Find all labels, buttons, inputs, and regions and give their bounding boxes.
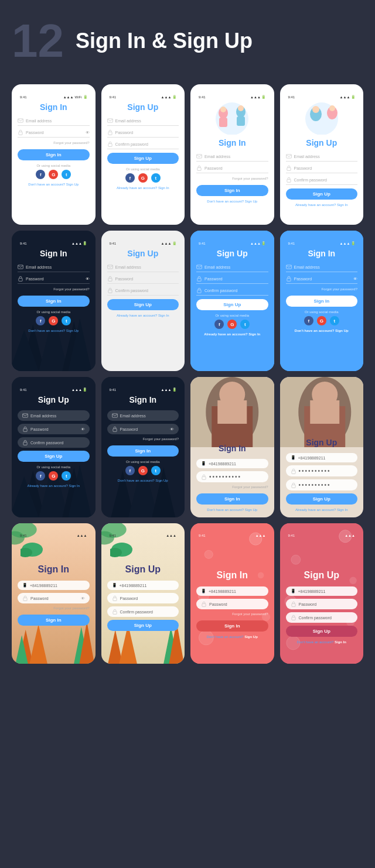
confirm-field[interactable]: Confirm password (107, 606, 179, 617)
password-input[interactable]: Password 👁 (18, 129, 90, 138)
sign-up-button[interactable]: Sign Up (286, 188, 358, 200)
confirm-dots-field[interactable]: •••••••••• (286, 479, 358, 490)
password-field[interactable]: Password 👁 (18, 593, 90, 603)
sign-up-link[interactable]: Sign Up (244, 635, 258, 639)
sign-up-link[interactable]: Sign Up (155, 479, 168, 482)
forgot-link[interactable]: Forgot your password? (53, 287, 89, 291)
forgot-link[interactable]: Forgot your password? (232, 612, 268, 616)
google-icon[interactable]: G (49, 471, 58, 481)
email-input[interactable]: Email address (286, 264, 358, 272)
social-label: Or using social media (126, 167, 160, 171)
password-input[interactable]: Password 👁 (107, 424, 179, 434)
forgot-link[interactable]: Forgot your password? (143, 437, 179, 441)
sign-in-button[interactable]: Sign In (107, 445, 179, 457)
phone-field[interactable]: 📱 +84198889211 (107, 581, 179, 590)
phone-field[interactable]: 📱 +84198889211 (18, 581, 90, 590)
forgot-link[interactable]: Forgot your password? (322, 287, 357, 291)
email-input[interactable]: Email address (107, 410, 179, 421)
twitter-icon[interactable]: t (62, 170, 71, 179)
sign-up-link[interactable]: Sign Up (66, 183, 79, 186)
facebook-icon[interactable]: f (125, 173, 135, 183)
sign-up-button[interactable]: Sign Up (107, 299, 179, 310)
facebook-icon[interactable]: f (36, 316, 45, 325)
phone-field[interactable]: 📱 +84198889211 (286, 453, 358, 462)
sign-in-link[interactable]: Sign In (337, 203, 348, 207)
forgot-link[interactable]: Forgot your password? (232, 485, 268, 489)
sign-up-button[interactable]: Sign Up (286, 493, 358, 505)
email-input[interactable]: Email address (18, 410, 90, 421)
email-input[interactable]: Email address (196, 264, 268, 272)
password-field[interactable]: Password (196, 599, 268, 609)
sign-in-link[interactable]: Sign In (158, 186, 169, 190)
email-input[interactable]: Email address (196, 153, 268, 162)
sign-in-button[interactable]: Sign In (18, 296, 90, 307)
google-icon[interactable]: G (49, 316, 58, 325)
sign-in-button[interactable]: Sign In (18, 149, 90, 160)
email-input[interactable]: Email address (18, 118, 90, 126)
confirm-input[interactable]: Confirm password (196, 287, 268, 296)
twitter-icon[interactable]: t (151, 466, 161, 475)
confirm-input[interactable]: Confirm password (286, 177, 358, 185)
password-input[interactable]: Password 👁 (286, 276, 358, 284)
sign-in-button[interactable]: Sign In (196, 620, 268, 632)
forgot-link[interactable]: Forgot your password? (53, 141, 89, 145)
confirm-input[interactable]: Confirm password (107, 287, 179, 296)
phone-field[interactable]: 📱 +84198889211 (286, 586, 358, 596)
facebook-icon[interactable]: f (36, 170, 45, 179)
sign-up-button[interactable]: Sign Up (18, 451, 90, 462)
password-input[interactable]: Password (196, 165, 268, 173)
password-input[interactable]: Password (196, 276, 268, 284)
sign-in-button[interactable]: Sign In (286, 296, 358, 307)
password-field[interactable]: Password (107, 593, 179, 603)
phone-field[interactable]: 📱 +84198889211 (196, 459, 268, 468)
phone-field[interactable]: 📱 +84198889211 (196, 586, 268, 596)
sign-up-button[interactable]: Sign Up (286, 626, 358, 637)
sign-in-button[interactable]: Sign In (196, 493, 268, 505)
google-icon[interactable]: G (138, 466, 148, 475)
email-input[interactable]: Email address (286, 153, 358, 162)
sign-up-link[interactable]: Sign Up (245, 508, 257, 512)
sign-in-link[interactable]: Sign In (158, 314, 169, 317)
password-input[interactable]: Password (286, 165, 358, 173)
facebook-icon[interactable]: f (36, 471, 45, 481)
google-icon[interactable]: G (49, 170, 58, 179)
sign-up-button[interactable]: Sign Up (196, 299, 268, 310)
twitter-icon[interactable]: t (62, 316, 71, 325)
password-field[interactable]: Password (286, 599, 358, 609)
google-icon[interactable]: G (138, 173, 148, 183)
facebook-icon[interactable]: f (214, 320, 224, 329)
twitter-icon[interactable]: t (62, 471, 71, 481)
facebook-icon[interactable]: f (125, 466, 135, 475)
confirm-input[interactable]: Confirm password (18, 437, 90, 448)
twitter-icon[interactable]: t (330, 316, 339, 325)
confirm-field[interactable]: Confirm password (286, 612, 358, 623)
password-input[interactable]: Password 👁 (18, 424, 90, 434)
password-input[interactable]: Password (107, 129, 179, 138)
facebook-icon[interactable]: f (304, 316, 313, 325)
password-input[interactable]: Password (107, 276, 179, 284)
sign-in-link[interactable]: Sign In (337, 508, 348, 512)
twitter-icon[interactable]: t (151, 173, 161, 183)
sign-in-button[interactable]: Sign In (196, 185, 268, 196)
google-icon[interactable]: G (227, 320, 237, 329)
confirm-input[interactable]: Confirm password (107, 141, 179, 149)
email-input[interactable]: Email address (107, 118, 179, 126)
google-icon[interactable]: G (317, 316, 326, 325)
sign-in-link[interactable]: Sign In (248, 332, 260, 336)
email-input[interactable]: Email address (18, 264, 90, 272)
sign-up-link[interactable]: Sign Up (66, 329, 79, 332)
password-dots-field[interactable]: •••••••••• (196, 471, 268, 482)
sign-in-link[interactable]: Sign In (69, 484, 80, 488)
sign-up-button[interactable]: Sign Up (107, 620, 179, 631)
email-input[interactable]: Email address (107, 264, 179, 272)
sign-in-link[interactable]: Sign In (335, 640, 346, 644)
forgot-link[interactable]: Forgot your password? (232, 177, 268, 180)
password-input[interactable]: Password 👁 (18, 276, 90, 284)
sign-up-button[interactable]: Sign Up (107, 153, 179, 164)
twitter-icon[interactable]: t (240, 320, 250, 329)
password-dots-field[interactable]: •••••••••• (286, 465, 358, 476)
sign-up-link[interactable]: Sign Up (335, 329, 349, 332)
forgot-link[interactable]: Forgot your password? (53, 606, 89, 610)
sign-in-button[interactable]: Sign In (18, 615, 90, 626)
sign-up-link[interactable]: Sign Up (245, 200, 257, 203)
